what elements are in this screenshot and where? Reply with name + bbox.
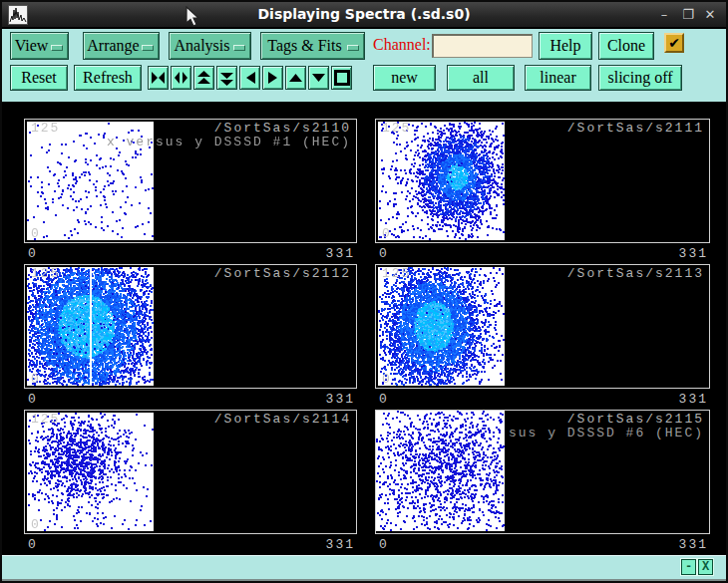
- scatter-canvas: [378, 122, 505, 240]
- scatter-canvas: [27, 267, 154, 386]
- arrow-right-icon[interactable]: [262, 66, 283, 90]
- y-axis-max-label: 125: [31, 121, 60, 136]
- histogram-region: [27, 267, 154, 386]
- menu-arrange[interactable]: Arrange: [83, 32, 160, 60]
- double-arrow-up-icon[interactable]: [193, 66, 214, 90]
- menu-analysis-label: Analysis: [175, 37, 230, 54]
- new-button[interactable]: new: [373, 65, 436, 91]
- reset-button[interactable]: Reset: [10, 65, 68, 91]
- spectrum-name: /SortSas/s2110: [214, 121, 351, 136]
- x-axis-labels: 0 331: [375, 392, 710, 406]
- x-axis-max-label: 331: [326, 392, 355, 407]
- x-axis-max-label: 331: [679, 246, 708, 261]
- help-button[interactable]: Help: [539, 32, 592, 60]
- contract-horizontal-icon[interactable]: [148, 66, 169, 90]
- square-icon[interactable]: [331, 66, 352, 90]
- channel-input[interactable]: [432, 34, 533, 58]
- spectrum-panel-s2111[interactable]: 125 0 /SortSas/s2111: [375, 119, 710, 243]
- x-axis-min-label: 0: [28, 537, 38, 552]
- x-axis-labels: 0 331: [24, 392, 357, 406]
- toggle-checkbox[interactable]: ✔: [664, 33, 684, 53]
- x-axis-labels: 0 331: [24, 246, 357, 260]
- x-axis-max-label: 331: [326, 537, 355, 552]
- menu-tags-fits[interactable]: Tags & Fits: [260, 32, 365, 60]
- maximize-icon[interactable]: ❐: [678, 5, 698, 25]
- y-axis-max-label: 125: [31, 412, 60, 427]
- y-axis-min-label: 0: [31, 226, 41, 241]
- menu-indicator-icon: [51, 45, 63, 51]
- x-axis-max-label: 331: [326, 246, 355, 261]
- spectrum-panel-s2110[interactable]: 125 0 /SortSas/s2110 x versus y DSSSD #1…: [24, 119, 357, 243]
- y-axis-min-label: 0: [382, 372, 392, 387]
- x-axis-min-label: 0: [28, 392, 38, 407]
- spectrum-subtitle: sus y DSSSD #6 (HEC): [509, 426, 704, 440]
- status-bar: - X: [2, 555, 726, 581]
- all-button[interactable]: all: [447, 65, 515, 91]
- menu-view[interactable]: View: [10, 32, 69, 60]
- y-axis-max-label: 125: [31, 266, 60, 281]
- arrow-up-icon[interactable]: [285, 66, 306, 90]
- statusbar-minimize-button[interactable]: -: [681, 559, 696, 575]
- scatter-canvas: [376, 411, 505, 531]
- y-axis-min-label: 0: [382, 226, 392, 241]
- clone-button[interactable]: Clone: [598, 32, 654, 60]
- histogram-region: [378, 267, 505, 386]
- histogram-region: [27, 413, 154, 531]
- x-axis-min-label: 0: [379, 537, 389, 552]
- double-arrow-down-icon[interactable]: [216, 66, 237, 90]
- x-axis-min-label: 0: [28, 246, 38, 261]
- x-axis-min-label: 0: [379, 246, 389, 261]
- arrow-down-icon[interactable]: [308, 66, 329, 90]
- spectrum-panel-s2114[interactable]: 125 0 /SortSas/s2114: [24, 410, 357, 534]
- x-axis-max-label: 331: [679, 537, 708, 552]
- close-icon[interactable]: ✕: [700, 5, 720, 25]
- title-bar[interactable]: Displaying Spectra (.sd.s0) – ❐ ✕: [2, 2, 726, 28]
- refresh-button[interactable]: Refresh: [74, 65, 142, 91]
- x-axis-labels: 0 331: [375, 246, 710, 260]
- y-axis-min-label: 0: [31, 372, 41, 387]
- toolbar-area: View Arrange Analysis Tags & Fits Channe…: [2, 29, 726, 102]
- scatter-canvas: [378, 267, 505, 386]
- spectrum-name: /SortSas/s2114: [214, 412, 351, 427]
- spectrum-panel-s2115[interactable]: 125 0 /SortSas/s2115 sus y DSSSD #6 (HEC…: [375, 410, 710, 534]
- app-window: Displaying Spectra (.sd.s0) – ❐ ✕ View A…: [0, 0, 728, 583]
- menu-indicator-icon: [142, 45, 154, 51]
- minimize-icon[interactable]: –: [654, 5, 674, 25]
- histogram-region: [378, 122, 505, 240]
- menu-indicator-icon: [233, 45, 245, 51]
- spectra-display-area: 125 0 /SortSas/s2110 x versus y DSSSD #1…: [2, 102, 726, 555]
- spectrum-name: /SortSas/s2112: [214, 266, 351, 281]
- slicing-button[interactable]: slicing off: [598, 65, 682, 91]
- spectrum-panel-s2113[interactable]: 125 0 /SortSas/s2113: [375, 264, 710, 389]
- y-axis-max-label: 125: [382, 121, 411, 136]
- y-axis-min-label: 0: [31, 517, 41, 532]
- spectrum-name: /SortSas/s2111: [567, 121, 704, 136]
- spectrum-subtitle: x versus y DSSSD #1 (HEC): [107, 135, 351, 149]
- spectrum-panel-s2112[interactable]: 125 0 /SortSas/s2112: [24, 264, 357, 389]
- x-axis-max-label: 331: [679, 392, 708, 407]
- channel-label: Channel:: [373, 36, 431, 54]
- menu-analysis[interactable]: Analysis: [169, 32, 251, 60]
- menu-indicator-icon: [347, 45, 359, 51]
- x-axis-labels: 0 331: [24, 537, 357, 551]
- linear-button[interactable]: linear: [525, 65, 591, 91]
- statusbar-close-button[interactable]: X: [698, 559, 713, 575]
- expand-horizontal-icon[interactable]: [171, 66, 191, 90]
- arrow-left-icon[interactable]: [239, 66, 260, 90]
- spectrum-name: /SortSas/s2115: [567, 412, 704, 427]
- histogram-region: [376, 411, 505, 531]
- y-axis-max-label: 125: [382, 266, 411, 281]
- menu-arrange-label: Arrange: [87, 37, 139, 54]
- menu-tags-fits-label: Tags & Fits: [267, 37, 341, 54]
- spectrum-name: /SortSas/s2113: [567, 266, 704, 281]
- x-axis-labels: 0 331: [375, 537, 710, 551]
- x-axis-min-label: 0: [379, 392, 389, 407]
- scatter-canvas: [27, 413, 154, 531]
- menu-view-label: View: [15, 37, 49, 54]
- window-title: Displaying Spectra (.sd.s0): [2, 6, 726, 22]
